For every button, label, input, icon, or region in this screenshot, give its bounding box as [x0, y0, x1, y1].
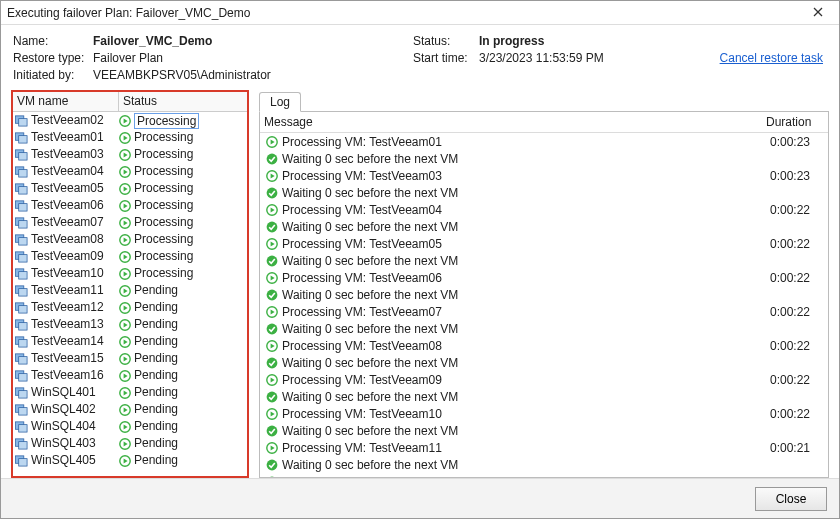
log-row[interactable]: Processing VM: TestVeeam030:00:23 — [260, 167, 828, 184]
log-row[interactable]: Processing VM: TestVeeam100:00:22 — [260, 405, 828, 422]
tab-log[interactable]: Log — [259, 92, 301, 112]
vm-name: TestVeeam15 — [31, 350, 104, 367]
log-row[interactable]: Waiting 0 sec before the next VM — [260, 184, 828, 201]
log-row[interactable]: Waiting 0 sec before the next VM — [260, 218, 828, 235]
svg-rect-27 — [19, 221, 27, 228]
vm-row[interactable]: WinSQL401Pending — [13, 384, 247, 401]
vm-icon — [15, 148, 28, 161]
log-col-message[interactable]: Message — [264, 115, 766, 129]
vm-row[interactable]: TestVeeam13Pending — [13, 316, 247, 333]
vm-row[interactable]: TestVeeam12Pending — [13, 299, 247, 316]
vm-row[interactable]: WinSQL404Pending — [13, 418, 247, 435]
cancel-restore-link[interactable]: Cancel restore task — [720, 51, 823, 65]
log-row[interactable]: Processing VM: TestVeeam050:00:22 — [260, 235, 828, 252]
content-area: VM name Status TestVeeam02ProcessingTest… — [1, 90, 839, 478]
vm-icon — [15, 386, 28, 399]
log-col-duration[interactable]: Duration — [766, 115, 824, 129]
tabstrip: Log — [259, 90, 829, 112]
svg-marker-105 — [271, 343, 275, 348]
svg-marker-81 — [124, 441, 128, 446]
close-button[interactable]: Close — [755, 487, 827, 511]
vm-icon — [15, 284, 28, 297]
play-icon — [119, 217, 131, 229]
svg-point-109 — [267, 391, 278, 402]
vm-name: WinSQL403 — [31, 435, 96, 452]
vm-row[interactable]: TestVeeam08Processing — [13, 231, 247, 248]
vm-row[interactable]: TestVeeam11Pending — [13, 282, 247, 299]
log-row[interactable]: Waiting 0 sec before the next VM — [260, 320, 828, 337]
check-icon — [264, 153, 280, 165]
log-row[interactable]: Waiting 0 sec before the next VM — [260, 150, 828, 167]
log-duration: 0:00:22 — [770, 373, 824, 387]
vm-col-name[interactable]: VM name — [13, 92, 119, 111]
vm-name: WinSQL401 — [31, 384, 96, 401]
log-duration: 0:00:23 — [770, 169, 824, 183]
log-row[interactable]: Processing VM: TestVeeam070:00:22 — [260, 303, 828, 320]
log-row[interactable]: Waiting 0 sec before the next VM — [260, 354, 828, 371]
vm-col-status[interactable]: Status — [119, 92, 247, 111]
vm-name: TestVeeam03 — [31, 146, 104, 163]
log-message: Processing VM: TestVeeam10 — [280, 407, 770, 421]
log-row[interactable]: Waiting 0 sec before the next VM — [260, 456, 828, 473]
svg-marker-90 — [271, 173, 275, 178]
vm-row[interactable]: TestVeeam05Processing — [13, 180, 247, 197]
log-scroll[interactable]: Processing VM: TestVeeam010:00:23Waiting… — [260, 133, 828, 477]
log-row[interactable]: Waiting 0 sec before the next VM — [260, 422, 828, 439]
vm-icon — [15, 182, 28, 195]
log-duration: 0:00:23 — [770, 135, 824, 149]
play-icon — [119, 319, 131, 331]
log-row[interactable]: Waiting 0 sec before the next VM — [260, 388, 828, 405]
vm-row[interactable]: TestVeeam15Pending — [13, 350, 247, 367]
vm-body[interactable]: TestVeeam02ProcessingTestVeeam01Processi… — [13, 112, 247, 476]
log-duration: 0:00:21 — [770, 441, 824, 455]
log-row[interactable]: Processing VM: TestVeeam110:00:21 — [260, 439, 828, 456]
log-row[interactable]: Waiting 0 sec before the next VM — [260, 286, 828, 303]
info-area: Name:Failover_VMC_Demo Restore type:Fail… — [1, 25, 839, 90]
play-icon — [119, 234, 131, 246]
log-message: Waiting 0 sec before the next VM — [280, 322, 770, 336]
log-duration: 0:00:22 — [770, 305, 824, 319]
play-icon — [264, 238, 280, 250]
svg-marker-96 — [271, 241, 275, 246]
log-duration: 0:00:21 — [770, 475, 824, 478]
vm-status: Pending — [134, 452, 178, 469]
check-icon — [264, 255, 280, 267]
vm-row[interactable]: WinSQL405Pending — [13, 452, 247, 469]
log-panel: Log Message Duration Processing VM: Test… — [259, 90, 829, 478]
vm-row[interactable]: TestVeeam04Processing — [13, 163, 247, 180]
vm-row[interactable]: TestVeeam01Processing — [13, 129, 247, 146]
vm-row[interactable]: TestVeeam09Processing — [13, 248, 247, 265]
svg-rect-31 — [19, 238, 27, 245]
svg-rect-23 — [19, 204, 27, 211]
svg-marker-114 — [271, 445, 275, 450]
log-message: Waiting 0 sec before the next VM — [280, 288, 770, 302]
svg-marker-99 — [271, 275, 275, 280]
vm-row[interactable]: TestVeeam02Processing — [13, 112, 247, 129]
vm-row[interactable]: TestVeeam07Processing — [13, 214, 247, 231]
vm-row[interactable]: TestVeeam03Processing — [13, 146, 247, 163]
play-icon — [264, 306, 280, 318]
log-row[interactable]: Processing VM: TestVeeam010:00:23 — [260, 133, 828, 150]
check-icon — [264, 425, 280, 437]
vm-row[interactable]: WinSQL402Pending — [13, 401, 247, 418]
play-icon — [119, 251, 131, 263]
vm-row[interactable]: TestVeeam14Pending — [13, 333, 247, 350]
svg-rect-63 — [19, 374, 27, 381]
vm-name: WinSQL404 — [31, 418, 96, 435]
vm-row[interactable]: TestVeeam16Pending — [13, 367, 247, 384]
log-row[interactable]: Waiting 0 sec before the next VM — [260, 252, 828, 269]
log-row[interactable]: Processing VM: TestVeeam060:00:22 — [260, 269, 828, 286]
vm-row[interactable]: WinSQL403Pending — [13, 435, 247, 452]
log-row[interactable]: Processing VM: TestVeeam040:00:22 — [260, 201, 828, 218]
vm-name: TestVeeam05 — [31, 180, 104, 197]
vm-row[interactable]: TestVeeam06Processing — [13, 197, 247, 214]
play-icon — [264, 204, 280, 216]
svg-rect-39 — [19, 272, 27, 279]
log-row[interactable]: Processing VM: TestVeeam090:00:22 — [260, 371, 828, 388]
vm-status: Pending — [134, 316, 178, 333]
vm-row[interactable]: TestVeeam10Processing — [13, 265, 247, 282]
log-row[interactable]: Waiting for resources availability0:00:2… — [260, 473, 828, 477]
play-icon — [264, 272, 280, 284]
log-row[interactable]: Processing VM: TestVeeam080:00:22 — [260, 337, 828, 354]
window-close-button[interactable] — [803, 3, 833, 23]
